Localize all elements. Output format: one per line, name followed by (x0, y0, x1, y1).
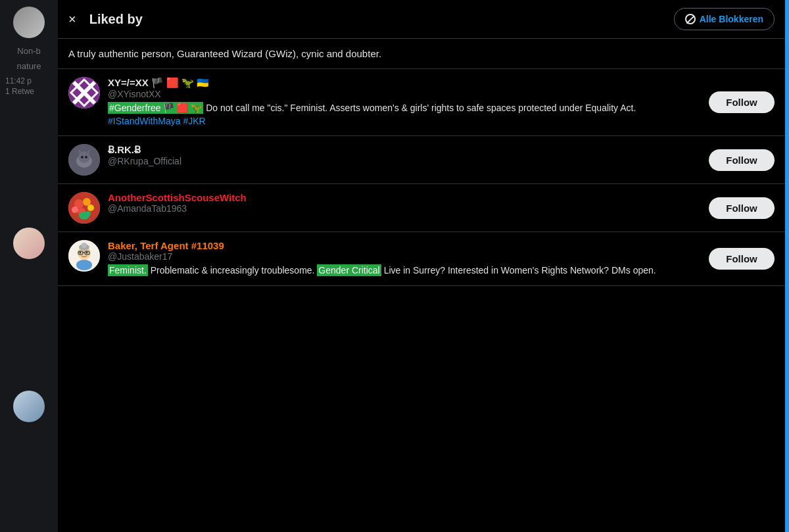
intro-bio-text: A truly authentic person, Guaranteed Wiz… (68, 48, 381, 59)
close-button[interactable]: × (68, 12, 76, 27)
follow-button-rkrupa[interactable]: Follow (709, 149, 775, 171)
user-name-amanda: AnotherScottishScouseWitch (108, 192, 701, 203)
avatar-baker (68, 240, 100, 272)
svg-point-17 (72, 206, 78, 213)
svg-point-19 (79, 212, 89, 220)
user-handle-rkrupa[interactable]: @RKrupa_Official (108, 156, 701, 166)
scroll-indicator[interactable] (785, 0, 789, 532)
bio-hashtags[interactable]: #IStandWithMaya #JKR (108, 116, 206, 126)
user-item-amanda: AnotherScottishScouseWitch @AmandaTab196… (58, 184, 785, 232)
user-handle-xynotxx[interactable]: @XYisnotXX (108, 89, 701, 99)
user-name-rkrupa: Ƀ.RK.Ƀ (108, 144, 701, 156)
block-all-button[interactable]: Alle Blokkeren (674, 8, 775, 30)
sidebar-avatar-3 (13, 391, 45, 422)
user-info-xynotxx: XY=/=XX 🏴 🟥 🦖 🇺🇦 @XYisnotXX #Genderfree … (108, 77, 701, 128)
avatar-xynotxx (68, 77, 100, 109)
svg-point-15 (87, 205, 94, 211)
svg-point-25 (80, 252, 82, 254)
user-item-baker: Baker, Terf Agent #11039 @Justabaker17 F… (58, 232, 785, 286)
svg-point-10 (81, 156, 84, 158)
sidebar-timestamp: 11:42 p (0, 74, 58, 85)
bio-text-surrey: Live in Surrey? Interested in Women's Ri… (384, 265, 656, 276)
user-name-baker: Baker, Terf Agent #11039 (108, 240, 701, 251)
bio-text-1: Do not call me "cis." Feminist. Asserts … (206, 103, 636, 113)
user-bio-baker: Feminist. Problematic & increasingly tro… (108, 264, 701, 278)
main-content: × Liked by Alle Blokkeren A truly authen… (58, 0, 785, 532)
bio-text-problematic: Problematic & increasingly troublesome. (151, 265, 318, 276)
svg-point-11 (85, 156, 87, 158)
user-name-xynotxx: XY=/=XX 🏴 🟥 🦖 🇺🇦 (108, 77, 701, 89)
bio-highlight-feminist: Feminist. (108, 264, 148, 276)
user-bio-xynotxx: #Genderfree 🏴 🟥 🦖 Do not call me "cis." … (108, 102, 701, 128)
user-item-xynotxx: XY=/=XX 🏴 🟥 🦖 🇺🇦 @XYisnotXX #Genderfree … (58, 69, 785, 136)
follow-button-baker[interactable]: Follow (709, 248, 775, 270)
modal-title: Liked by (89, 12, 674, 27)
avatar-rkrupa (68, 144, 100, 176)
svg-point-14 (83, 198, 91, 206)
modal-header: × Liked by Alle Blokkeren (58, 0, 785, 39)
sidebar-avatar-2 (13, 228, 45, 259)
follow-button-xynotxx[interactable]: Follow (709, 91, 775, 113)
sidebar: Non-b nature 11:42 p 1 Retwe (0, 0, 58, 532)
sidebar-text-1: Non-b (14, 43, 43, 59)
follow-button-amanda[interactable]: Follow (709, 197, 775, 219)
user-handle-baker[interactable]: @Justabaker17 (108, 251, 701, 262)
user-handle-amanda[interactable]: @AmandaTab1963 (108, 203, 701, 214)
svg-point-29 (76, 260, 92, 270)
user-info-baker: Baker, Terf Agent #11039 @Justabaker17 F… (108, 240, 701, 278)
block-all-label: Alle Blokkeren (700, 14, 763, 24)
sidebar-text-2: nature (14, 59, 44, 74)
svg-point-26 (86, 252, 88, 254)
intro-bio: A truly authentic person, Guaranteed Wiz… (58, 39, 785, 69)
svg-point-28 (82, 243, 87, 248)
user-info-amanda: AnotherScottishScouseWitch @AmandaTab196… (108, 192, 701, 216)
bio-highlight-gc: Gender Critical (317, 264, 381, 276)
user-item-rkrupa: Ƀ.RK.Ƀ @RKrupa_Official Follow (58, 136, 785, 184)
bio-highlight-genderfree: #Genderfree 🏴 🟥 🦖 (108, 102, 203, 114)
sidebar-retweet: 1 Retwe (0, 85, 58, 96)
sidebar-avatar-1 (13, 7, 45, 38)
avatar-amanda (68, 192, 100, 224)
user-list: XY=/=XX 🏴 🟥 🦖 🇺🇦 @XYisnotXX #Genderfree … (58, 69, 785, 532)
block-icon (685, 14, 696, 24)
user-info-rkrupa: Ƀ.RK.Ƀ @RKrupa_Official (108, 144, 701, 169)
